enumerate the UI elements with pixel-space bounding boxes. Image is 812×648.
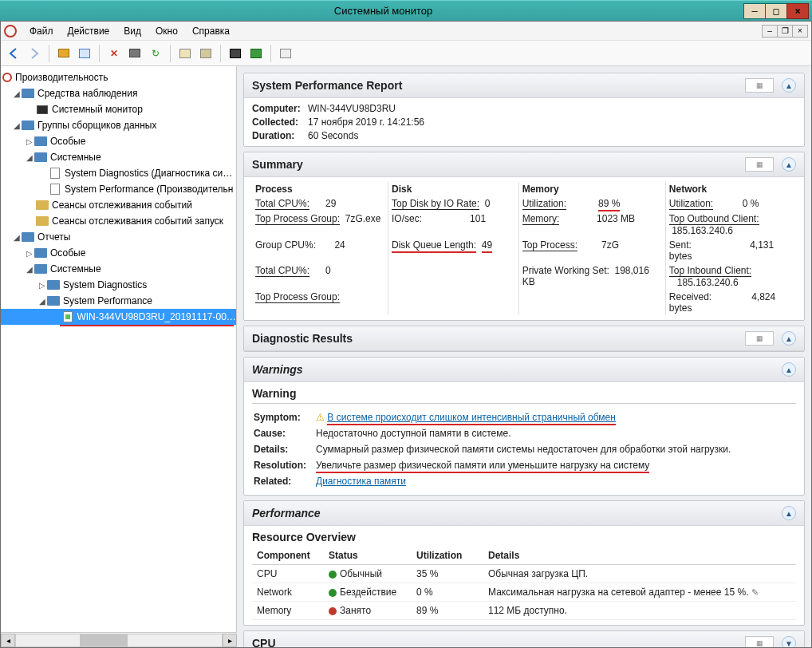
value-computer: WIN-344VU98D3RU	[308, 103, 796, 114]
resource-row-cpu: CPU Обычный 35 % Обычная загрузка ЦП.	[252, 565, 796, 583]
app-icon	[4, 25, 17, 38]
tree-startup[interactable]: Сеансы отслеживания событий запуск	[52, 215, 223, 227]
tree-system[interactable]: Системные	[50, 152, 101, 163]
toolbar-misc3-button[interactable]	[227, 45, 243, 61]
warning-symptom-link[interactable]: В системе происходит слишком интенсивный…	[327, 412, 616, 425]
system-performance-report-panel: System Performance Report ▦ ▲ Computer:W…	[243, 73, 805, 147]
collapse-icon[interactable]: ▲	[782, 157, 796, 172]
folder-icon	[34, 151, 47, 164]
toolbar: ✕ ↻	[1, 41, 811, 66]
menu-view[interactable]: Вид	[117, 23, 148, 39]
tree-custom[interactable]: Особые	[50, 136, 85, 147]
warning-heading: Warning	[252, 387, 796, 404]
tree-sessions[interactable]: Сеансы отслеживания событий	[52, 200, 192, 211]
collapse-icon[interactable]: ▲	[782, 78, 796, 93]
mdi-restore-button[interactable]: ❐	[777, 25, 793, 38]
toolbar-view-button[interactable]	[77, 45, 93, 61]
panel-title-performance: Performance	[252, 507, 321, 520]
menu-action[interactable]: Действие	[61, 23, 116, 39]
scroll-left-button[interactable]: ◂	[1, 634, 15, 647]
resource-overview-table: Component Status Utilization Details CPU…	[252, 547, 796, 620]
menu-help[interactable]: Справка	[186, 23, 236, 39]
report-pane[interactable]: System Performance Report ▦ ▲ Computer:W…	[237, 66, 811, 647]
calendar-icon[interactable]: ▦	[745, 78, 774, 93]
edit-icon[interactable]: ✎	[751, 587, 759, 597]
toolbar-misc1-button[interactable]	[177, 45, 193, 61]
warnings-panel: Warnings ▲ Warning Symptom: ⚠ В системе …	[243, 357, 805, 496]
warning-icon: ⚠	[316, 412, 325, 423]
panel-title-warnings: Warnings	[252, 363, 303, 376]
tree-root[interactable]: Производительность	[15, 72, 108, 83]
titlebar: Системный монитор – □ ×	[0, 0, 812, 21]
resource-overview-heading: Resource Overview	[252, 531, 796, 543]
window-minimize-button[interactable]: –	[743, 3, 766, 19]
window-close-button[interactable]: ×	[786, 3, 809, 19]
folder-icon	[34, 263, 47, 275]
toolbar-forward-button[interactable]	[26, 45, 42, 61]
value-collected: 17 ноября 2019 г. 14:21:56	[308, 117, 796, 128]
toolbar-misc4-button[interactable]	[248, 45, 264, 61]
folder-icon	[34, 247, 47, 259]
toolbar-print-button[interactable]	[127, 45, 143, 61]
mdi-minimize-button[interactable]: –	[762, 25, 778, 38]
tree-tools[interactable]: Средства наблюдения	[37, 88, 137, 99]
menu-window[interactable]: Окно	[149, 23, 184, 39]
toolbar-back-button[interactable]	[6, 45, 22, 61]
monitor-icon	[36, 103, 49, 116]
tree-diag2[interactable]: System Diagnostics	[63, 279, 147, 290]
panel-title-cpu: CPU	[252, 637, 276, 647]
tree-report-file[interactable]: WIN-344VU98D3RU_20191117-00000	[77, 311, 236, 322]
toolbar-separator	[49, 45, 49, 62]
tree-monitor[interactable]: Системный монитор	[52, 104, 143, 115]
twist-icon[interactable]: ◢	[12, 89, 22, 98]
calendar-icon[interactable]: ▦	[745, 636, 774, 647]
scroll-right-button[interactable]: ▸	[223, 634, 237, 647]
collapse-icon[interactable]: ▲	[782, 331, 796, 346]
calendar-icon[interactable]: ▦	[745, 331, 774, 346]
toolbar-refresh-button[interactable]: ↻	[148, 45, 164, 61]
expand-icon[interactable]: ▼	[782, 636, 796, 647]
menu-file[interactable]: Файл	[23, 23, 60, 39]
calendar-icon[interactable]: ▦	[745, 157, 774, 172]
toolbar-misc5-button[interactable]	[278, 45, 294, 61]
tree-groups[interactable]: Группы сборщиков данных	[37, 120, 156, 131]
label-duration: Duration:	[252, 130, 308, 141]
warning-related-link[interactable]: Диагностика памяти	[316, 476, 406, 487]
summary-disk-queue: Disk Queue Length:	[392, 239, 476, 253]
perf-root-icon	[2, 73, 12, 82]
tree-custom2[interactable]: Особые	[50, 247, 85, 259]
toolbar-misc2-button[interactable]	[198, 45, 214, 61]
tree-perf[interactable]: System Performance (Производительн	[65, 184, 233, 195]
summary-panel: Summary ▦ ▲ Process Disk Memory Network	[243, 152, 805, 321]
tree-system2[interactable]: Системные	[50, 263, 101, 275]
tree-perf2[interactable]: System Performance	[63, 295, 152, 306]
tree-reports[interactable]: Отчеты	[37, 231, 70, 243]
panel-header[interactable]: System Performance Report ▦ ▲	[244, 73, 804, 98]
folder-icon	[36, 199, 49, 211]
status-dot-green-icon	[329, 571, 337, 579]
report-icon	[61, 310, 73, 323]
folder-icon	[47, 294, 60, 307]
tree-highlight-underline	[60, 325, 234, 326]
tree-horizontal-scrollbar[interactable]: ◂ ▸	[1, 632, 237, 647]
folder-icon	[22, 119, 34, 132]
navigation-tree[interactable]: Производительность ◢Средства наблюдения …	[1, 66, 237, 632]
panel-title: System Performance Report	[252, 79, 402, 92]
toolbar-folder-button[interactable]	[56, 45, 72, 61]
folder-icon	[47, 279, 60, 291]
label-collected: Collected:	[252, 117, 308, 128]
cpu-panel: CPU ▦ ▼	[243, 630, 805, 647]
summary-col-memory: Memory	[518, 182, 665, 196]
mdi-close-button[interactable]: ×	[792, 25, 808, 38]
window-maximize-button[interactable]: □	[765, 3, 787, 19]
warning-cause: Недостаточно доступной памяти в системе.	[316, 426, 794, 441]
label-computer: Computer:	[252, 103, 308, 114]
page-icon	[49, 167, 61, 180]
tree-diag[interactable]: System Diagnostics (Диагностика систе	[65, 168, 236, 179]
status-dot-red-icon	[329, 607, 337, 615]
toolbar-delete-button[interactable]: ✕	[106, 45, 122, 61]
window-title: Системный монитор	[22, 5, 744, 17]
collapse-icon[interactable]: ▲	[782, 362, 796, 377]
diagnostic-results-panel: Diagnostic Results ▦ ▲	[243, 326, 805, 352]
collapse-icon[interactable]: ▲	[782, 506, 796, 520]
